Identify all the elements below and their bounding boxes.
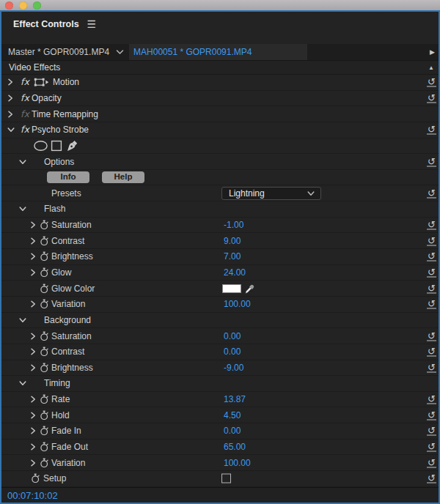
- chevron-down-icon[interactable]: [19, 206, 26, 212]
- reset-parameter-button[interactable]: ↺: [427, 458, 436, 467]
- setup-checkbox[interactable]: [221, 474, 231, 483]
- reset-parameter-button[interactable]: ↺: [427, 188, 436, 198]
- reset-parameter-button[interactable]: ↺: [427, 395, 436, 404]
- stopwatch-icon[interactable]: [40, 251, 49, 262]
- reset-parameter-button[interactable]: ↺: [427, 78, 436, 87]
- panel-menu-icon[interactable]: ☰: [87, 19, 97, 29]
- chevron-right-icon[interactable]: [30, 443, 36, 451]
- reset-parameter-button[interactable]: ↺: [427, 442, 436, 452]
- ellipse-mask-icon[interactable]: [33, 140, 48, 152]
- stopwatch-icon[interactable]: [40, 236, 49, 246]
- presets-dropdown[interactable]: Lightning: [221, 187, 321, 200]
- stopwatch-icon[interactable]: [40, 299, 49, 309]
- clip-timecode[interactable]: 00:07:10:02: [7, 490, 58, 501]
- effect-name[interactable]: Psycho Strobe: [32, 125, 89, 134]
- reset-parameter-button[interactable]: ↺: [427, 268, 436, 278]
- stopwatch-icon[interactable]: [40, 410, 49, 420]
- fx-badge-icon[interactable]: fx: [21, 94, 29, 103]
- chevron-right-icon[interactable]: [30, 300, 36, 308]
- chevron-down-icon[interactable]: [116, 49, 124, 55]
- reset-icon: ↺: [427, 426, 436, 436]
- zoom-window-button[interactable]: [33, 1, 41, 10]
- chevron-right-icon[interactable]: [30, 459, 36, 467]
- chevron-right-icon[interactable]: [7, 111, 13, 118]
- chevron-down-icon[interactable]: [7, 127, 15, 133]
- stopwatch-icon[interactable]: [40, 331, 49, 341]
- reset-parameter-button[interactable]: ↺: [427, 474, 436, 483]
- stopwatch-icon[interactable]: [40, 442, 49, 452]
- parameter-value[interactable]: 9.00: [224, 237, 241, 245]
- effect-name[interactable]: Time Remapping: [32, 110, 98, 119]
- reset-parameter-button[interactable]: ↺: [427, 347, 436, 357]
- reset-parameter-button[interactable]: ↺: [427, 410, 436, 420]
- parameter-value[interactable]: 4.50: [224, 411, 241, 420]
- stopwatch-icon[interactable]: [40, 346, 49, 357]
- stopwatch-icon[interactable]: [40, 284, 49, 294]
- reset-parameter-button[interactable]: ↺: [427, 252, 436, 262]
- chevron-right-icon[interactable]: [30, 221, 36, 229]
- chevron-right-icon[interactable]: [30, 396, 36, 403]
- chevron-right-icon[interactable]: [30, 253, 36, 260]
- stopwatch-icon[interactable]: [31, 473, 40, 483]
- reset-parameter-button[interactable]: ↺: [427, 125, 436, 135]
- eyedropper-icon[interactable]: [244, 283, 256, 294]
- chevron-right-icon[interactable]: [30, 269, 36, 276]
- chevron-right-icon[interactable]: [30, 237, 36, 245]
- color-swatch[interactable]: [222, 284, 241, 293]
- reset-parameter-button[interactable]: ↺: [427, 284, 436, 293]
- tab-master-clip[interactable]: Master * GOPR0091.MP4: [1, 47, 109, 57]
- stopwatch-icon[interactable]: [40, 267, 49, 278]
- chevron-down-icon[interactable]: [19, 159, 26, 165]
- parameter-value[interactable]: 0.00: [224, 426, 241, 435]
- effect-name[interactable]: Motion: [53, 78, 79, 86]
- reset-parameter-button[interactable]: ↺: [427, 331, 436, 341]
- chevron-right-icon[interactable]: [30, 427, 36, 434]
- chevron-right-icon[interactable]: [7, 78, 13, 86]
- stopwatch-icon[interactable]: [40, 220, 49, 230]
- stopwatch-icon[interactable]: [40, 394, 49, 404]
- reset-parameter-button[interactable]: ↺: [427, 93, 436, 103]
- chevron-right-icon[interactable]: [30, 412, 36, 419]
- reset-parameter-button[interactable]: ↺: [427, 220, 436, 230]
- reset-parameter-button[interactable]: ↺: [427, 363, 436, 372]
- minimize-window-button[interactable]: [19, 1, 27, 10]
- stopwatch-icon[interactable]: [40, 363, 49, 373]
- pen-mask-icon[interactable]: [66, 139, 79, 152]
- stopwatch-icon[interactable]: [40, 426, 49, 436]
- rect-mask-icon[interactable]: [51, 140, 62, 152]
- chevron-right-icon[interactable]: [30, 333, 36, 340]
- collapse-triangle-icon[interactable]: ▲: [428, 64, 434, 71]
- stopwatch-icon[interactable]: [40, 458, 49, 468]
- reset-parameter-button[interactable]: ↺: [427, 236, 436, 245]
- parameter-value[interactable]: -1.00: [224, 220, 243, 229]
- chevron-down-icon[interactable]: [19, 317, 26, 323]
- chevron-down-icon[interactable]: [19, 380, 26, 386]
- chevron-right-icon[interactable]: [7, 94, 13, 102]
- parameter-value[interactable]: -9.00: [224, 363, 243, 372]
- close-window-button[interactable]: [5, 1, 13, 10]
- reset-parameter-button[interactable]: ↺: [427, 300, 436, 309]
- fx-badge-icon[interactable]: fx: [21, 109, 29, 119]
- reset-parameter-button[interactable]: ↺: [427, 157, 436, 166]
- info-button[interactable]: Info: [47, 171, 89, 183]
- effect-name[interactable]: Opacity: [32, 94, 62, 103]
- chevron-right-icon[interactable]: [30, 364, 36, 371]
- parameter-value[interactable]: 24.00: [224, 268, 246, 277]
- help-button[interactable]: Help: [102, 171, 144, 183]
- parameter-value[interactable]: 0.00: [224, 347, 241, 356]
- parameter-value[interactable]: 100.00: [224, 459, 251, 467]
- reset-icon: ↺: [427, 347, 436, 357]
- tab-clip-selected[interactable]: MAH00051 * GOPR0091.MP4: [129, 44, 307, 60]
- chevron-right-icon[interactable]: [30, 348, 36, 355]
- parameter-value[interactable]: 13.87: [224, 395, 246, 404]
- parameter-value[interactable]: 7.00: [224, 252, 241, 261]
- parameter-value[interactable]: 0.00: [224, 332, 241, 341]
- reset-parameter-button[interactable]: ↺: [427, 426, 436, 436]
- panel-title[interactable]: Effect Controls: [13, 19, 79, 29]
- parameter-value[interactable]: 65.00: [224, 442, 246, 451]
- video-effects-header[interactable]: Video Effects ▲: [1, 61, 439, 75]
- fx-badge-icon[interactable]: fx: [21, 125, 29, 135]
- parameter-value[interactable]: 100.00: [224, 300, 251, 308]
- tab-overflow-arrow-icon[interactable]: ▶: [430, 48, 435, 56]
- fx-badge-icon[interactable]: fx: [21, 78, 29, 87]
